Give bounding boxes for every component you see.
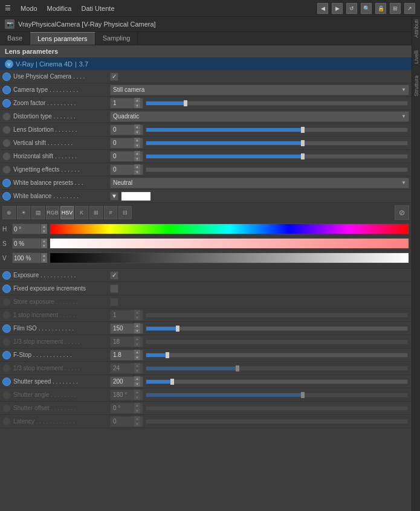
spinner-down[interactable]: ▼ bbox=[134, 408, 140, 413]
spinner-down[interactable]: ▼ bbox=[134, 143, 140, 148]
indicator-camera-type[interactable] bbox=[2, 86, 11, 94]
spinner-up[interactable]: ▲ bbox=[134, 124, 140, 129]
spinner-vert-shift[interactable]: ▲ ▼ bbox=[134, 138, 140, 148]
color-mode-grid2[interactable]: ⊟ bbox=[118, 206, 132, 219]
input-stop1[interactable]: 1 ▲ ▼ bbox=[110, 310, 143, 321]
spinner-s-down[interactable]: ▼ bbox=[41, 243, 47, 248]
slider-thumb-horiz[interactable] bbox=[301, 153, 305, 159]
indicator-shutter-angle[interactable] bbox=[2, 391, 11, 399]
slider-vignetting[interactable] bbox=[146, 167, 408, 172]
spinner-up[interactable]: ▲ bbox=[134, 310, 140, 315]
nav-back[interactable]: ◀ bbox=[317, 3, 328, 14]
spinner-lens-dist[interactable]: ▲ ▼ bbox=[134, 124, 140, 135]
slider-horizontal-shift[interactable] bbox=[146, 154, 408, 159]
sidebar-attributi[interactable]: Attributi bbox=[413, 19, 419, 38]
color-mode-landscape[interactable]: ▤ bbox=[31, 206, 45, 219]
spinner-up[interactable]: ▲ bbox=[134, 403, 140, 408]
spinner-horiz-shift[interactable]: ▲ ▼ bbox=[134, 151, 140, 161]
indicator-fstop[interactable] bbox=[2, 351, 11, 359]
indicator-fixed-exposure[interactable] bbox=[2, 284, 11, 293]
indicator-vertical-shift[interactable] bbox=[2, 139, 11, 147]
slider-thumb-vert[interactable] bbox=[301, 140, 305, 146]
input-vertical-shift[interactable]: 0 ▲ ▼ bbox=[110, 138, 143, 149]
slider-thumb-iso[interactable] bbox=[176, 326, 179, 332]
slider-thumb-zoom[interactable] bbox=[184, 100, 187, 106]
indicator-lens-distortion[interactable] bbox=[2, 126, 11, 134]
spinner-h[interactable]: ▲ ▼ bbox=[41, 224, 47, 234]
indicator-vignetting[interactable] bbox=[2, 166, 11, 174]
spinner-up[interactable]: ▲ bbox=[134, 151, 140, 156]
sidebar-livelli[interactable]: Livelli bbox=[413, 50, 419, 64]
nav-arrow[interactable]: ↗ bbox=[404, 3, 415, 14]
input-zoom-factor[interactable]: 1 ▲ ▼ bbox=[110, 98, 143, 109]
color-mode-wheel[interactable]: ☀ bbox=[17, 206, 30, 219]
spinner-shutter-angle[interactable]: ▲ ▼ bbox=[134, 390, 140, 400]
checkbox-use-physical[interactable] bbox=[110, 72, 118, 81]
spinner-down[interactable]: ▼ bbox=[134, 103, 140, 108]
spinner-vignetting[interactable]: ▲ ▼ bbox=[134, 164, 140, 175]
menu-modifica[interactable]: Modifica bbox=[47, 5, 72, 12]
spinner-up[interactable]: ▲ bbox=[134, 336, 140, 341]
dropdown-camera-type[interactable]: Still camera ▼ bbox=[110, 85, 409, 95]
spinner-down[interactable]: ▼ bbox=[134, 329, 140, 333]
indicator-stop1[interactable] bbox=[2, 311, 11, 320]
spinner-shutter-offset[interactable]: ▲ ▼ bbox=[134, 403, 140, 413]
spinner-stop13-2[interactable]: ▲ ▼ bbox=[134, 363, 140, 373]
sidebar-struttura[interactable]: Struttura bbox=[413, 76, 419, 97]
spinner-h-down[interactable]: ▼ bbox=[41, 229, 47, 234]
slider-zoom-factor[interactable] bbox=[146, 101, 408, 106]
spinner-up[interactable]: ▲ bbox=[134, 138, 140, 143]
slider-thumb-shutter-angle[interactable] bbox=[301, 392, 305, 398]
indicator-white-balance[interactable] bbox=[2, 192, 11, 201]
color-mode-grid1[interactable]: ⊞ bbox=[89, 206, 103, 219]
indicator-film-iso[interactable] bbox=[2, 324, 11, 333]
slider-h[interactable] bbox=[50, 223, 409, 234]
indicator-horizontal-shift[interactable] bbox=[2, 152, 11, 161]
nav-lock[interactable]: 🔒 bbox=[375, 3, 386, 14]
spinner-down[interactable]: ▼ bbox=[134, 368, 140, 373]
slider-stop13-2[interactable] bbox=[146, 366, 408, 371]
spinner-stop13-1[interactable]: ▲ ▼ bbox=[134, 336, 140, 347]
slider-thumb-lens-dist[interactable] bbox=[301, 127, 305, 133]
input-s[interactable]: 0 % bbox=[12, 238, 41, 249]
dropdown-distortion-type[interactable]: Quadratic ▼ bbox=[110, 111, 409, 122]
nav-forward[interactable]: ▶ bbox=[332, 3, 343, 14]
spinner-s[interactable]: ▲ ▼ bbox=[41, 239, 47, 248]
color-mode-hash[interactable]: # bbox=[104, 206, 117, 219]
input-horizontal-shift[interactable]: 0 ▲ ▼ bbox=[110, 151, 143, 162]
input-v[interactable]: 100 % bbox=[12, 252, 41, 263]
spinner-down[interactable]: ▼ bbox=[134, 130, 140, 135]
spinner-v-up[interactable]: ▲ bbox=[41, 253, 47, 258]
slider-s[interactable] bbox=[50, 238, 409, 249]
nav-refresh[interactable]: ↺ bbox=[346, 3, 357, 14]
spinner-down[interactable]: ▼ bbox=[134, 382, 140, 387]
input-latency[interactable]: 0 ▲ ▼ bbox=[110, 416, 143, 427]
indicator-stop13-1[interactable] bbox=[2, 338, 11, 346]
input-shutter-offset[interactable]: 0 ° ▲ ▼ bbox=[110, 403, 143, 414]
input-stop13-1[interactable]: 18 ▲ ▼ bbox=[110, 336, 143, 347]
menu-dati-utente[interactable]: Dati Utente bbox=[82, 5, 115, 12]
indicator-shutter-speed[interactable] bbox=[2, 378, 11, 386]
slider-fstop[interactable] bbox=[146, 353, 408, 358]
color-mode-rgb[interactable]: RGB bbox=[46, 206, 59, 219]
spinner-v-down[interactable]: ▼ bbox=[41, 258, 47, 263]
input-h[interactable]: 0 ° bbox=[12, 223, 41, 234]
indicator-use-physical[interactable] bbox=[2, 72, 11, 81]
spinner-down[interactable]: ▼ bbox=[134, 395, 140, 400]
spinner-fstop[interactable]: ▲ ▼ bbox=[134, 350, 140, 360]
spinner-v[interactable]: ▲ ▼ bbox=[41, 253, 47, 263]
dropdown-wb-presets[interactable]: Neutral ▼ bbox=[110, 178, 409, 188]
spinner-down[interactable]: ▼ bbox=[134, 355, 140, 360]
spinner-down[interactable]: ▼ bbox=[134, 156, 140, 161]
slider-thumb-stop13-2[interactable] bbox=[236, 365, 239, 371]
menu-modo[interactable]: Modo bbox=[21, 5, 37, 12]
spinner-film-iso[interactable]: ▲ ▼ bbox=[134, 323, 140, 333]
slider-vertical-shift[interactable] bbox=[146, 141, 408, 146]
nav-search[interactable]: 🔍 bbox=[361, 3, 372, 14]
hamburger-icon[interactable]: ☰ bbox=[5, 4, 11, 12]
slider-shutter-angle[interactable] bbox=[146, 393, 408, 397]
slider-stop1[interactable] bbox=[146, 313, 408, 318]
slider-thumb-fstop[interactable] bbox=[166, 352, 169, 358]
tab-lens[interactable]: Lens parameters bbox=[30, 32, 95, 45]
input-film-iso[interactable]: 150 ▲ ▼ bbox=[110, 323, 143, 334]
